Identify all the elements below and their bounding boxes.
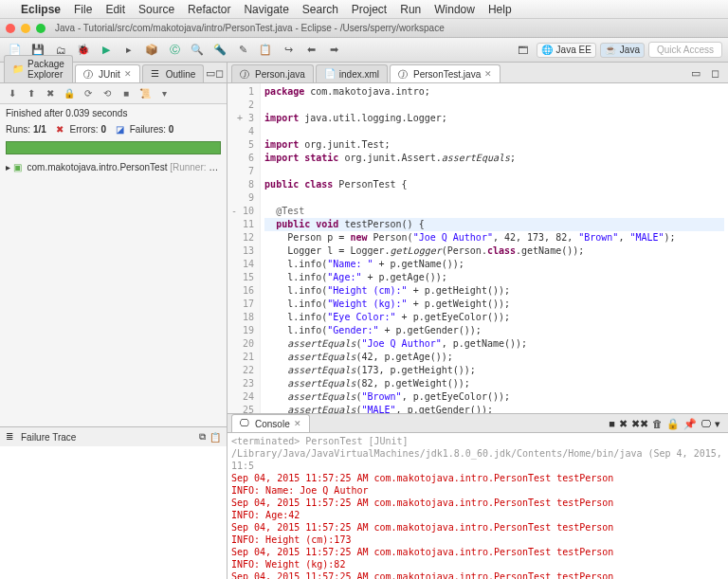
filter-stack-icon[interactable]: 📋 [209,432,221,443]
forward-button[interactable]: ➡ [324,41,343,60]
tab-console-label: Console [255,419,290,429]
java-icon: Ⓙ [398,68,410,80]
close-icon[interactable]: ✕ [124,69,132,79]
annotation-button[interactable]: 📋 [256,41,275,60]
stop-icon[interactable]: ■ [119,87,133,100]
maximize-view-icon[interactable]: ◻ [215,63,224,82]
menu-file[interactable]: File [74,3,92,16]
open-console-icon[interactable]: ▾ [715,418,720,430]
tab-package-explorer[interactable]: 📁 Package Explorer [4,55,73,82]
terminate-icon[interactable]: ■ [609,418,615,430]
menu-help[interactable]: Help [488,3,512,16]
console-toolbar: ■ ✖ ✖✖ 🗑 🔒 📌 🖵 ▾ [605,416,724,432]
show-failures-icon[interactable]: ✖ [44,87,57,100]
console-header: <terminated> PersonTest [JUnit] /Library… [231,435,724,472]
junit-status: Finished after 0.039 seconds [0,104,227,122]
junit-counts: Runs: 1/1 ✖ Errors: 0 ◪ Failures: 0 [0,122,227,137]
errors-value: 0 [100,124,106,135]
error-icon: ✖ [56,124,67,136]
view-menu-icon[interactable]: ▾ [157,87,171,100]
test-pass-icon: ▣ [13,162,25,173]
minimize-editor-icon[interactable]: ▭ [686,63,705,82]
console-output[interactable]: <terminated> PersonTest [JUnit] /Library… [228,433,728,579]
back-button[interactable]: ⬅ [301,41,320,60]
junit-toolbar: ⬇ ⬆ ✖ 🔒 ⟳ ⟲ ■ 📜 ▾ [0,83,227,104]
quick-access[interactable]: Quick Access [648,42,722,58]
perspective-javaee[interactable]: 🌐 Java EE [537,43,596,58]
next-annotation-button[interactable]: ↪ [279,41,298,60]
debug-button[interactable]: 🐞 [74,41,93,60]
junit-tree-root-label: com.makotojava.intro.PersonTest [27,162,168,172]
toggle-mark-button[interactable]: ✎ [233,41,252,60]
editor-tabs: Ⓙ Person.java 📄 index.xml Ⓙ PersonTest.j… [228,63,728,83]
minimize-view-icon[interactable]: ▭ [206,63,215,82]
remove-all-icon[interactable]: ✖✖ [631,418,648,430]
display-selected-icon[interactable]: 🖵 [701,418,711,430]
tab-console[interactable]: 🖵 Console ✕ [231,414,310,432]
open-type-button[interactable]: 🔍 [188,41,207,60]
menu-app[interactable]: Eclipse [21,3,61,16]
close-icon[interactable] [6,24,15,33]
console-icon: 🖵 [240,418,251,429]
menu-refactor[interactable]: Refactor [188,3,230,16]
tab-outline[interactable]: ☰ Outline [142,64,205,82]
minimize-icon[interactable] [21,24,30,33]
junit-tree-runner: [Runner: JUnit 4] (0 [170,162,221,172]
new-class-button[interactable]: Ⓒ [165,41,184,60]
menu-source[interactable]: Source [138,3,174,16]
perspective-java[interactable]: ☕ Java [600,43,645,58]
menu-navigate[interactable]: Navigate [244,3,288,16]
tab-outline-label: Outline [166,69,196,80]
clear-console-icon[interactable]: 🗑 [652,418,663,430]
zoom-icon[interactable] [36,24,46,33]
window-title: Java - Tutorial/src/com/makotojava/intro… [55,23,445,33]
editor-tab-index[interactable]: 📄 index.xml [316,64,388,82]
run-button[interactable]: ▶ [97,41,116,60]
open-perspective-button[interactable]: 🗔 [514,41,533,60]
globe-icon: 🌐 [541,45,553,56]
window-controls [6,24,46,33]
editor-tab-index-label: index.xml [339,69,379,80]
failures-label: Failures: [130,124,166,135]
editor-tab-person-label: Person.java [255,69,305,80]
menu-search[interactable]: Search [302,3,338,16]
console-panel: 🖵 Console ✕ ■ ✖ ✖✖ 🗑 🔒 📌 🖵 ▾ <terminated… [228,413,728,579]
right-panel: Ⓙ Person.java 📄 index.xml Ⓙ PersonTest.j… [228,63,728,579]
left-panel: 📁 Package Explorer Ⓙ JUnit ✕ ☰ Outline ▭… [0,63,228,579]
junit-results-tree[interactable]: ▸ ▣ com.makotojava.intro.PersonTest [Run… [0,158,227,426]
junit-tree-node[interactable]: ▸ ▣ com.makotojava.intro.PersonTest [Run… [6,162,221,173]
editor-tab-person[interactable]: Ⓙ Person.java [231,64,314,82]
remove-launch-icon[interactable]: ✖ [619,418,628,430]
new-package-button[interactable]: 📦 [142,41,161,60]
prev-failure-icon[interactable]: ⬆ [25,87,38,100]
menu-project[interactable]: Project [352,3,387,16]
console-tabs: 🖵 Console ✕ ■ ✖ ✖✖ 🗑 🔒 📌 🖵 ▾ [228,414,728,433]
scroll-lock-icon[interactable]: 🔒 [666,418,680,430]
rerun-failed-icon[interactable]: ⟲ [100,87,114,100]
editor-gutter: 1 2+ 3 4 5 6 7 8 9- 10 11 12 13 14 15 16… [228,83,261,413]
rerun-icon[interactable]: ⟳ [82,87,95,100]
menu-run[interactable]: Run [400,3,421,16]
xml-icon: 📄 [324,68,336,80]
tab-junit[interactable]: Ⓙ JUnit ✕ [75,64,140,82]
compare-icon[interactable]: ⧉ [199,431,206,443]
run-last-button[interactable]: ▸ [119,41,138,60]
history-icon[interactable]: 📜 [138,87,152,100]
macos-menubar: Eclipse File Edit Source Refactor Naviga… [0,0,728,19]
stack-icon: ≣ [6,431,17,443]
maximize-editor-icon[interactable]: ◻ [705,63,724,82]
menu-window[interactable]: Window [434,3,475,16]
pin-console-icon[interactable]: 📌 [683,418,697,430]
editor-code-area[interactable]: package com.makotojava.intro; import jav… [261,83,728,413]
code-editor[interactable]: 1 2+ 3 4 5 6 7 8 9- 10 11 12 13 14 15 16… [228,83,728,413]
junit-icon: Ⓙ [83,68,95,80]
scroll-lock-icon[interactable]: 🔒 [63,87,76,100]
next-failure-icon[interactable]: ⬇ [6,87,19,100]
eclipse-toolbar: 📄 💾 🗂 🐞 ▶ ▸ 📦 Ⓒ 🔍 🔦 ✎ 📋 ↪ ⬅ ➡ 🗔 🌐 Java E… [0,38,728,63]
j-icon: ☕ [605,45,616,56]
close-icon[interactable]: ✕ [294,419,301,428]
close-icon[interactable]: ✕ [484,69,492,79]
menu-edit[interactable]: Edit [105,3,125,16]
editor-tab-persontest[interactable]: Ⓙ PersonTest.java ✕ [390,64,500,82]
search-button[interactable]: 🔦 [210,41,229,60]
